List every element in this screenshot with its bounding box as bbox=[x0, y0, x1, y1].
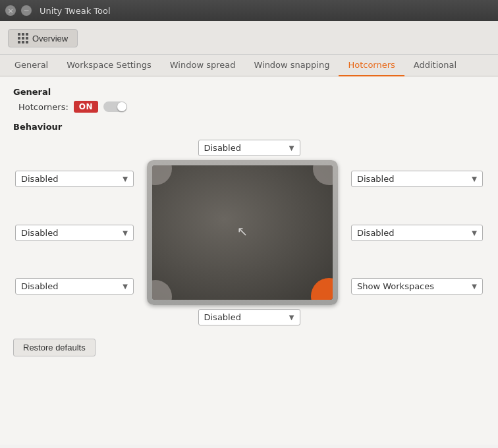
monitor-screen: ↖ bbox=[152, 165, 333, 300]
left-top-dropdown[interactable]: Disabled ▼ bbox=[15, 171, 134, 187]
left-bottom-value: Disabled bbox=[21, 281, 58, 291]
left-bottom-arrow: ▼ bbox=[123, 283, 128, 290]
toggle-on-badge[interactable]: ON bbox=[74, 101, 98, 113]
middle-row: Disabled ▼ Disabled ▼ Disabled ▼ bbox=[13, 160, 485, 305]
bottom-dropdown-arrow: ▼ bbox=[289, 314, 294, 321]
corner-tl bbox=[152, 165, 172, 185]
overview-button[interactable]: Overview bbox=[8, 29, 78, 47]
titlebar: × − Unity Tweak Tool bbox=[0, 0, 498, 21]
tabbar: General Workspace Settings Window spread… bbox=[0, 55, 498, 76]
corner-br-active bbox=[311, 278, 333, 300]
minimize-icon: − bbox=[23, 7, 29, 15]
general-section-title: General bbox=[13, 87, 485, 97]
cursor-icon: ↖ bbox=[237, 223, 248, 239]
tab-hotcorners[interactable]: Hotcorners bbox=[339, 55, 404, 76]
grid-icon bbox=[18, 33, 28, 43]
left-top-value: Disabled bbox=[21, 174, 58, 184]
corner-tr bbox=[313, 165, 333, 185]
top-dropdown-value: Disabled bbox=[204, 143, 241, 153]
tab-workspace-settings[interactable]: Workspace Settings bbox=[57, 55, 161, 76]
right-bottom-arrow: ▼ bbox=[472, 283, 477, 290]
left-middle-value: Disabled bbox=[21, 228, 58, 238]
left-middle-arrow: ▼ bbox=[123, 229, 128, 237]
monitor-image: ↖ bbox=[147, 160, 338, 305]
right-top-arrow: ▼ bbox=[472, 175, 477, 182]
content-area: General Hotcorners: ON Behaviour Disable… bbox=[0, 76, 498, 445]
tab-window-snapping[interactable]: Window snapping bbox=[244, 55, 339, 76]
top-dropdown-container: Disabled ▼ bbox=[13, 140, 485, 156]
toggle-thumb bbox=[117, 102, 126, 111]
bottom-dropdown-container: Disabled ▼ bbox=[13, 309, 485, 325]
left-bottom-dropdown[interactable]: Disabled ▼ bbox=[15, 278, 134, 294]
overview-bar: Overview bbox=[0, 21, 498, 55]
right-top-value: Disabled bbox=[357, 174, 394, 184]
close-icon: × bbox=[7, 7, 13, 15]
tab-window-spread[interactable]: Window spread bbox=[161, 55, 245, 76]
right-middle-value: Disabled bbox=[357, 228, 394, 238]
window-title: Unity Tweak Tool bbox=[40, 6, 111, 16]
right-top-dropdown[interactable]: Disabled ▼ bbox=[351, 171, 483, 187]
corner-bl bbox=[152, 280, 172, 300]
top-dropdown[interactable]: Disabled ▼ bbox=[198, 140, 300, 156]
monitor-outer: ↖ bbox=[147, 160, 338, 305]
left-top-arrow: ▼ bbox=[123, 175, 128, 182]
behaviour-section-title: Behaviour bbox=[13, 122, 485, 132]
bottom-dropdown[interactable]: Disabled ▼ bbox=[198, 309, 300, 325]
left-middle-dropdown[interactable]: Disabled ▼ bbox=[15, 225, 134, 241]
right-bottom-value: Show Workspaces bbox=[357, 281, 434, 291]
minimize-button[interactable]: − bbox=[21, 5, 32, 16]
tab-general[interactable]: General bbox=[5, 55, 57, 76]
tab-additional[interactable]: Additional bbox=[404, 55, 466, 76]
bottom-dropdown-value: Disabled bbox=[204, 312, 241, 322]
overview-label: Overview bbox=[32, 34, 68, 43]
right-middle-arrow: ▼ bbox=[472, 229, 477, 237]
right-middle-dropdown[interactable]: Disabled ▼ bbox=[351, 225, 483, 241]
top-dropdown-arrow: ▼ bbox=[289, 144, 294, 152]
hotcorners-toggle-row: Hotcorners: ON bbox=[18, 101, 485, 113]
hotcorners-label: Hotcorners: bbox=[18, 102, 69, 112]
right-dropdowns: Disabled ▼ Disabled ▼ Show Workspaces ▼ bbox=[351, 160, 483, 305]
left-dropdowns: Disabled ▼ Disabled ▼ Disabled ▼ bbox=[15, 160, 134, 305]
right-bottom-dropdown[interactable]: Show Workspaces ▼ bbox=[351, 278, 483, 294]
toggle-track[interactable] bbox=[103, 101, 127, 112]
restore-defaults-button[interactable]: Restore defaults bbox=[13, 339, 96, 356]
close-button[interactable]: × bbox=[5, 5, 16, 16]
